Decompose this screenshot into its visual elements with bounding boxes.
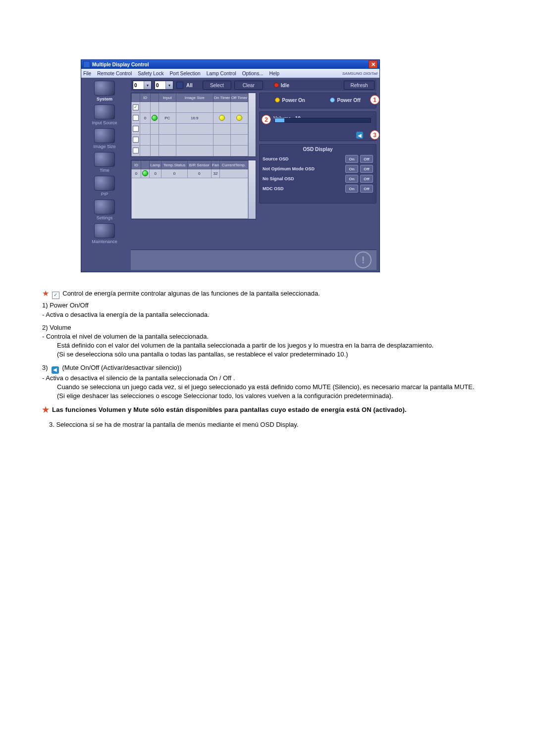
sidebar-item-time[interactable]: Time bbox=[83, 152, 126, 173]
callout-1: 1 bbox=[370, 95, 379, 104]
power-off-button[interactable]: Power Off bbox=[330, 98, 360, 103]
sidebar-item-maintenance[interactable]: Maintenance bbox=[83, 223, 126, 244]
item-1-desc: - Activa o desactiva la energía de la pa… bbox=[42, 310, 510, 319]
settings-icon bbox=[94, 200, 115, 214]
window-title: Multiple Display Control bbox=[92, 62, 149, 67]
item-3-title: (Mute On/Off (Activar/desactivar silenci… bbox=[62, 364, 181, 371]
row-checkbox[interactable] bbox=[133, 148, 139, 153]
table-row[interactable] bbox=[132, 124, 248, 135]
status-lamp-icon bbox=[142, 170, 148, 176]
select-button[interactable]: Select bbox=[203, 81, 231, 90]
menu-lamp[interactable]: Lamp Control bbox=[207, 71, 236, 76]
note-line: ★ Las funciones Volumen y Mute sólo está… bbox=[42, 404, 510, 415]
status-lamp-icon bbox=[152, 115, 158, 121]
item-2-desc-1: - Controla el nivel de volumen de la pan… bbox=[42, 332, 510, 341]
item-3-desc-1: - Activa o desactiva el silencio de la p… bbox=[42, 374, 510, 383]
exclaim-icon: ! bbox=[355, 252, 372, 268]
power-on-dot-icon bbox=[275, 98, 280, 102]
close-icon[interactable]: ✕ bbox=[369, 60, 377, 68]
star-icon: ★ bbox=[42, 404, 49, 415]
selector-1[interactable]: 0 ▼ bbox=[133, 81, 152, 90]
power-on-button[interactable]: Power On bbox=[275, 98, 305, 103]
system-icon bbox=[94, 81, 115, 96]
volume-slider[interactable] bbox=[274, 118, 371, 123]
row-checkbox[interactable] bbox=[133, 104, 139, 110]
display-table-2: ID Lamp Temp.Status B/R Sensor Fan Curre… bbox=[131, 160, 256, 219]
osd-group: OSD Display Source OSD On Off Not Optimu… bbox=[259, 144, 376, 203]
refresh-button[interactable]: Refresh bbox=[344, 81, 374, 90]
image-size-icon bbox=[94, 128, 115, 143]
table-row[interactable] bbox=[132, 135, 248, 146]
mute-icon: ◀ bbox=[52, 366, 59, 374]
row-checkbox[interactable] bbox=[133, 137, 139, 143]
osd-row-source: Source OSD On Off bbox=[263, 154, 373, 164]
on-button[interactable]: On bbox=[345, 185, 358, 193]
on-button[interactable]: On bbox=[345, 175, 358, 183]
checkbox-icon: ✓ bbox=[52, 292, 59, 299]
osd-row-no-signal: No Signal OSD On Off bbox=[263, 174, 373, 184]
off-button[interactable]: Off bbox=[360, 175, 373, 183]
row-checkbox[interactable] bbox=[133, 126, 139, 132]
item-3-desc-3: (Si elige deshacer las selecciones o esc… bbox=[42, 392, 510, 401]
sidebar-item-settings[interactable]: Settings bbox=[83, 200, 126, 220]
main-panel: 0 ▼ 0 ▼ All Select Clear Idle Refres bbox=[128, 78, 379, 272]
intro-line: ★ ✓ Control de energía permite controlar… bbox=[42, 288, 510, 299]
item-2-desc-3: (Si se deselecciona sólo una pantalla o … bbox=[42, 350, 510, 359]
mdc-window: Multiple Display Control ✕ File Remote C… bbox=[81, 59, 380, 272]
scrollbar[interactable] bbox=[248, 93, 256, 156]
power-group: Power On Power Off 1 bbox=[259, 93, 376, 108]
statusbar: ! bbox=[131, 250, 376, 270]
menu-safety[interactable]: Safety Lock bbox=[138, 71, 163, 76]
table-row[interactable] bbox=[132, 102, 248, 113]
idle-dot-icon bbox=[274, 83, 279, 88]
off-button[interactable]: Off bbox=[360, 165, 373, 173]
off-button[interactable]: Off bbox=[360, 185, 373, 193]
row-checkbox[interactable] bbox=[133, 115, 139, 121]
callout-2: 2 bbox=[262, 115, 271, 124]
sidebar-item-imagesize[interactable]: Image Size bbox=[83, 128, 126, 149]
chevron-down-icon[interactable]: ▼ bbox=[144, 81, 151, 89]
menu-help[interactable]: Help bbox=[269, 71, 280, 76]
selector-2[interactable]: 0 ▼ bbox=[155, 81, 173, 90]
scrollbar[interactable] bbox=[248, 160, 256, 219]
brand-label: SAMSUNG DIGITall bbox=[342, 71, 377, 76]
document-body: ★ ✓ Control de energía permite controlar… bbox=[42, 288, 510, 430]
on-button[interactable]: On bbox=[345, 165, 358, 173]
display-table-1: ID Input Image Size On Timer Off Timer bbox=[131, 93, 256, 157]
titlebar: Multiple Display Control ✕ bbox=[81, 60, 379, 69]
idle-indicator: Idle bbox=[274, 83, 289, 88]
maintenance-icon bbox=[94, 223, 115, 238]
callout-3: 3 bbox=[370, 130, 379, 140]
table-row[interactable] bbox=[132, 146, 248, 156]
menu-options[interactable]: Options... bbox=[242, 71, 264, 76]
item-2-title: Volume bbox=[50, 324, 71, 331]
table-row[interactable]: 0 0 0 0 32 bbox=[132, 169, 248, 178]
power-off-dot-icon bbox=[330, 98, 335, 102]
all-label: All bbox=[186, 83, 193, 88]
osd-title: OSD Display bbox=[263, 147, 373, 152]
osd-row-not-optimum: Not Optimum Mode OSD On Off bbox=[263, 164, 373, 174]
menu-remote[interactable]: Remote Control bbox=[97, 71, 132, 76]
sidebar-item-system[interactable]: System bbox=[83, 81, 126, 101]
sidebar-item-pip[interactable]: PIP bbox=[83, 176, 126, 197]
all-checkbox[interactable] bbox=[176, 82, 183, 89]
menu-port[interactable]: Port Selection bbox=[169, 71, 200, 76]
off-button[interactable]: Off bbox=[360, 155, 373, 163]
sidebar-item-input[interactable]: Input Source bbox=[83, 104, 126, 125]
on-button[interactable]: On bbox=[345, 155, 358, 163]
table-row[interactable]: 0 PC 16:9 bbox=[132, 113, 248, 124]
item-4: 3. Selecciona si se ha de mostrar la pan… bbox=[42, 420, 510, 429]
star-icon: ★ bbox=[42, 288, 49, 299]
mute-icon[interactable]: ◀ bbox=[356, 132, 363, 139]
menubar: File Remote Control Safety Lock Port Sel… bbox=[81, 69, 379, 78]
osd-row-mdc: MDC OSD On Off bbox=[263, 184, 373, 194]
item-2-desc-2: Está definido con el valor del volumen d… bbox=[42, 341, 510, 350]
app-icon bbox=[83, 61, 90, 68]
timer-on-icon bbox=[219, 115, 225, 121]
menu-file[interactable]: File bbox=[83, 71, 91, 76]
time-icon bbox=[94, 152, 115, 167]
clear-button[interactable]: Clear bbox=[234, 81, 263, 90]
volume-group: 2 Volume 10 ◀ 3 bbox=[259, 111, 376, 141]
pip-icon bbox=[94, 176, 115, 191]
chevron-down-icon[interactable]: ▼ bbox=[165, 81, 173, 89]
